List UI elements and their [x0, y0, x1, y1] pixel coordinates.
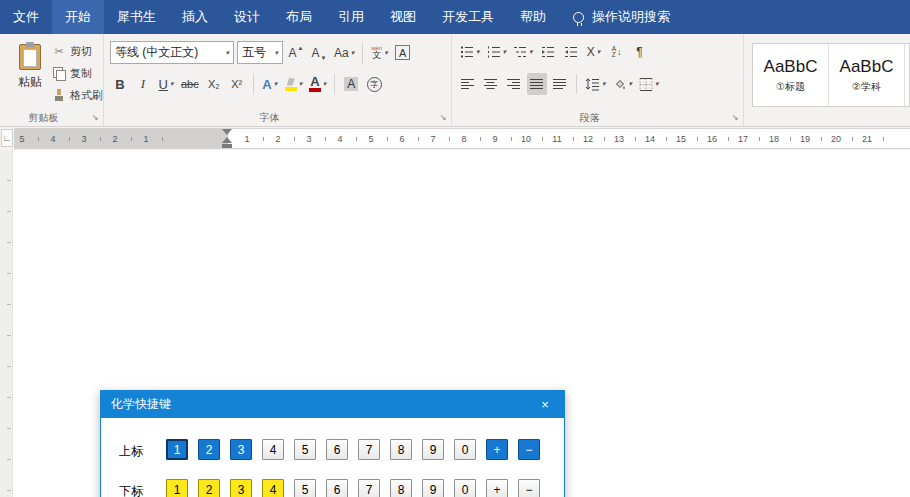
multilevel-list-button[interactable] [511, 41, 535, 63]
font-name-select[interactable]: 等线 (中文正文) [110, 41, 234, 64]
subscript-button[interactable]: X₂ [204, 73, 224, 95]
key-button-3[interactable]: 3 [230, 439, 252, 460]
font-size-select[interactable]: 五号 [237, 41, 283, 64]
menu-tab-文件[interactable]: 文件 [0, 0, 52, 34]
ruler-number: 15 [673, 129, 689, 149]
font-dialog-launcher[interactable] [438, 113, 448, 123]
character-border-button[interactable]: A [393, 42, 413, 64]
key-button-+[interactable]: + [486, 479, 508, 497]
borders-button[interactable] [637, 73, 661, 95]
line-spacing-button[interactable] [583, 73, 608, 95]
strikethrough-button[interactable]: abc [179, 73, 201, 95]
grow-font-button[interactable]: A▲ [286, 42, 306, 64]
chevron-down-icon [274, 49, 278, 57]
distribute-button[interactable] [550, 73, 570, 95]
key-button-8[interactable]: 8 [390, 479, 412, 497]
format-painter-button[interactable]: 格式刷 [52, 88, 103, 103]
paragraph-marks-button[interactable]: ¶ [630, 41, 650, 63]
key-button-4[interactable]: 4 [262, 439, 284, 460]
justify-button[interactable] [527, 73, 547, 95]
ruler-number: 5 [14, 129, 30, 149]
ruler-tick [604, 137, 605, 141]
key-button-1[interactable]: 1 [166, 479, 188, 497]
document-page[interactable]: 化学快捷键 × 上标1234567890+−下标1234567890+−特殊←↑… [0, 150, 910, 497]
key-button-0[interactable]: 0 [454, 479, 476, 497]
numbering-button[interactable] [485, 41, 509, 63]
paragraph-row-2 [458, 73, 661, 95]
divider [362, 43, 363, 63]
left-indent-marker[interactable] [222, 144, 232, 148]
ruler-number: 20 [828, 129, 844, 149]
key-button-−[interactable]: − [518, 479, 540, 497]
style-item-subject[interactable]: AaBbC ②学科 [829, 44, 905, 106]
dialog-row: 上标1234567890+− [101, 439, 564, 461]
dialog-close-button[interactable]: × [536, 397, 554, 412]
key-button-6[interactable]: 6 [326, 479, 348, 497]
shading-button[interactable] [611, 73, 635, 95]
text-effects-button[interactable]: A [260, 73, 280, 95]
increase-indent-icon [564, 45, 578, 59]
superscript-button[interactable]: X² [227, 73, 247, 95]
menu-tab-引用[interactable]: 引用 [325, 0, 377, 34]
key-button-+[interactable]: + [486, 439, 508, 460]
horizontal-ruler[interactable]: 54321123456789101112131415161718192021 [14, 128, 910, 149]
key-button-1[interactable]: 1 [166, 439, 188, 460]
phonetic-guide-button[interactable]: wén文 [369, 42, 390, 64]
hanging-indent-marker[interactable] [222, 137, 232, 143]
menu-tab-犀书生[interactable]: 犀书生 [104, 0, 169, 34]
tell-me-search[interactable]: 操作说明搜索 [559, 0, 684, 34]
align-left-button[interactable] [458, 73, 478, 95]
key-button-9[interactable]: 9 [422, 439, 444, 460]
key-button-5[interactable]: 5 [294, 479, 316, 497]
key-button-9[interactable]: 9 [422, 479, 444, 497]
change-case-button[interactable]: Aa [332, 42, 356, 64]
enclose-characters-button[interactable]: 字 [364, 73, 384, 95]
key-button-6[interactable]: 6 [326, 439, 348, 460]
menu-tab-开发工具[interactable]: 开发工具 [429, 0, 507, 34]
italic-button[interactable]: I [133, 73, 153, 95]
key-button-5[interactable]: 5 [294, 439, 316, 460]
align-right-button[interactable] [504, 73, 524, 95]
key-button-8[interactable]: 8 [390, 439, 412, 460]
key-button-0[interactable]: 0 [454, 439, 476, 460]
menu-tab-帮助[interactable]: 帮助 [507, 0, 559, 34]
shrink-font-button[interactable]: A▼ [309, 42, 329, 64]
underline-button[interactable]: U [156, 73, 176, 95]
key-button-−[interactable]: − [518, 439, 540, 460]
bold-button[interactable]: B [110, 73, 130, 95]
dialog-titlebar[interactable]: 化学快捷键 × [101, 391, 564, 418]
menu-tab-视图[interactable]: 视图 [377, 0, 429, 34]
decrease-indent-button[interactable] [538, 41, 558, 63]
menu-tab-插入[interactable]: 插入 [169, 0, 221, 34]
character-shading-button[interactable]: A [341, 73, 361, 95]
clipboard-dialog-launcher[interactable] [90, 113, 100, 123]
ruler-tick [162, 137, 163, 141]
align-center-button[interactable] [481, 73, 501, 95]
asian-layout-button[interactable]: X [584, 41, 604, 63]
vertical-ruler[interactable] [0, 150, 13, 497]
key-button-2[interactable]: 2 [198, 439, 220, 460]
bullets-button[interactable] [458, 41, 482, 63]
key-button-7[interactable]: 7 [358, 439, 380, 460]
first-line-indent-marker[interactable] [222, 129, 232, 135]
menu-tab-布局[interactable]: 布局 [273, 0, 325, 34]
style-item-heading[interactable]: AaBbC ①标题 [753, 44, 829, 106]
key-button-7[interactable]: 7 [358, 479, 380, 497]
key-button-4[interactable]: 4 [262, 479, 284, 497]
key-button-3[interactable]: 3 [230, 479, 252, 497]
increase-indent-button[interactable] [561, 41, 581, 63]
highlight-button[interactable] [283, 73, 305, 95]
menu-tab-开始[interactable]: 开始 [52, 0, 104, 34]
dialog-row-buttons: 1234567890+− [166, 439, 540, 460]
tab-selector[interactable] [1, 129, 13, 147]
sort-button[interactable]: AZ↓ [607, 41, 627, 63]
font-color-button[interactable]: A [307, 73, 328, 95]
menu-tab-设计[interactable]: 设计 [221, 0, 273, 34]
key-button-2[interactable]: 2 [198, 479, 220, 497]
ruler-tick [635, 137, 636, 141]
ruler-tick [821, 137, 822, 141]
paragraph-dialog-launcher[interactable] [730, 113, 740, 123]
cut-button[interactable]: 剪切 [52, 44, 103, 59]
copy-button[interactable]: 复制 [52, 66, 103, 81]
paste-button[interactable]: 粘贴 [8, 42, 52, 114]
